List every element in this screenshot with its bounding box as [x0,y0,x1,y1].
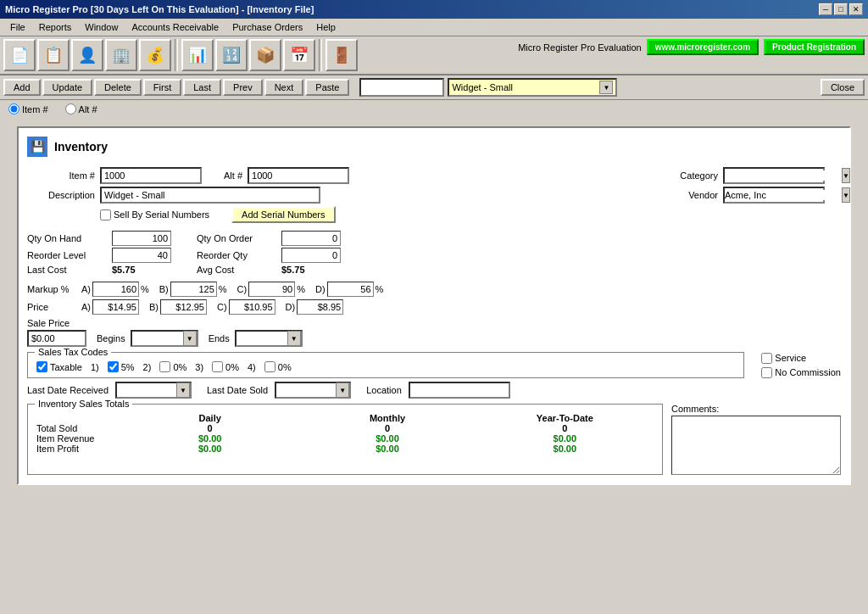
qty-on-order-input[interactable] [281,231,341,246]
ends-label: Ends [209,333,230,343]
ytd-profit: $0.00 [476,444,654,454]
add-serial-btn[interactable]: Add Serial Numbers [231,206,335,223]
menu-po[interactable]: Purchase Orders [225,20,309,34]
category-dropdown-btn[interactable]: ▼ [842,168,850,183]
ends-combo[interactable]: ▼ [235,330,303,347]
restore-btn[interactable]: □ [834,3,848,15]
website-btn[interactable]: www.microregister.com [647,39,759,55]
prev-btn[interactable]: Prev [223,79,263,96]
markup-a-input[interactable] [92,282,139,297]
qty-on-hand-input[interactable] [112,231,171,246]
inv-toolbar-btn[interactable]: 📋 [37,39,70,71]
last-date-received-combo[interactable]: ▼ [115,382,192,399]
sales-tax-row: Taxable 1) 5% 2) 0% 3) 0% [36,361,735,372]
monthly-header: Monthly [298,413,476,423]
calc-toolbar-btn[interactable]: 🔢 [215,39,248,71]
radio-item-label: Item # [22,104,48,114]
exit-toolbar-btn[interactable]: 🚪 [326,39,358,71]
history-toolbar-btn[interactable]: 📅 [283,39,315,71]
close-btn[interactable]: ✕ [849,3,863,15]
sale-price-input[interactable] [27,330,86,347]
last-btn[interactable]: Last [183,79,221,96]
menu-reports[interactable]: Reports [32,20,79,34]
taxable-check[interactable]: Taxable [36,361,82,372]
markup-section: Markup % A) % B) % C) % D) [27,282,841,315]
service-check[interactable]: Service [761,353,841,364]
begins-arrow[interactable]: ▼ [183,331,197,346]
markup-d-input[interactable] [327,282,374,297]
price-b-input[interactable] [160,299,207,315]
menu-window[interactable]: Window [78,20,125,34]
service-label: Service [775,353,806,363]
toolbar-sep [175,39,178,71]
price-a-label: A) [81,302,91,312]
main-area: 💾 Inventory Item # Alt # Description [0,118,868,494]
sales-totals-title: Inventory Sales Totals [35,399,132,409]
search-combo-arrow[interactable]: ▼ [599,81,613,94]
radio-item-num[interactable]: Item # [8,103,48,114]
sales-toolbar-btn[interactable]: 💰 [139,39,171,71]
sale-price-label: Sale Price [27,318,70,328]
vendor-input[interactable] [725,190,842,200]
vend-toolbar-btn[interactable]: 🏢 [105,39,137,71]
menu-help[interactable]: Help [309,20,342,34]
po-toolbar-btn[interactable]: 📦 [249,39,281,71]
price-a-input[interactable] [92,299,139,315]
daily-total-sold: 0 [121,423,298,433]
price-c-input[interactable] [229,299,275,315]
cust-toolbar-btn[interactable]: 👤 [71,39,103,71]
markup-c-cell: C) % [237,282,305,297]
title-controls: ─ □ ✕ [819,3,863,15]
minimize-btn[interactable]: ─ [819,3,832,15]
reports-toolbar-btn[interactable]: 📊 [181,39,214,71]
vendor-dropdown-btn[interactable]: ▼ [842,187,850,203]
location-input[interactable] [409,382,510,399]
last-date-received-arrow[interactable]: ▼ [176,382,190,398]
delete-btn[interactable]: Delete [94,79,142,96]
menu-ar[interactable]: Accounts Receivable [125,20,225,34]
reg-btn[interactable]: Product Registration [764,39,865,55]
last-date-sold-arrow[interactable]: ▼ [336,382,349,398]
comments-input[interactable] [671,416,841,475]
first-btn[interactable]: First [143,79,181,96]
title-text: Micro Register Pro [30 Days Left On This… [5,4,314,14]
tax-code4-check[interactable]: 0% [264,361,292,372]
category-input[interactable] [725,170,842,181]
sale-price-input-row: Begins ▼ Ends ▼ [27,330,841,347]
tax-code1-check[interactable]: 5% [108,361,135,372]
ends-arrow[interactable]: ▼ [287,331,301,346]
menu-file[interactable]: File [3,20,32,34]
reorder-level-input[interactable] [112,248,171,263]
price-d-input[interactable] [297,299,343,315]
comments-section: Comments: [671,404,841,475]
last-date-sold-combo[interactable]: ▼ [275,382,351,399]
search-input[interactable] [359,78,444,97]
item-num-input[interactable] [100,167,202,184]
markup-row: Markup % A) % B) % C) % D) [27,282,841,297]
update-btn[interactable]: Update [42,79,92,96]
taxable-label: Taxable [50,362,82,372]
description-input[interactable] [100,187,320,204]
panel-title: 💾 Inventory [27,137,841,157]
add-btn[interactable]: Add [3,79,41,96]
begins-combo[interactable]: ▼ [131,330,198,347]
tax-code3-check[interactable]: 0% [212,361,239,372]
alt-num-input[interactable] [248,167,349,184]
search-combo[interactable]: Widget - Small ▼ [448,78,617,97]
last-date-sold-label: Last Date Sold [207,385,268,395]
tax-code2-check[interactable]: 0% [159,361,186,372]
next-btn[interactable]: Next [264,79,304,96]
markup-b-input[interactable] [170,282,217,297]
markup-c-input[interactable] [248,282,295,297]
sell-by-serial-check[interactable]: Sell By Serial Numbers [100,209,209,220]
sales-totals-group: Inventory Sales Totals Daily Monthly Yea… [27,404,663,475]
radio-row: Item # Alt # [0,100,868,118]
markup-b-label: B) [159,284,169,294]
reorder-qty-input[interactable] [281,248,341,263]
ytd-total-sold: 0 [476,423,654,433]
paste-btn[interactable]: Paste [305,79,349,96]
close-action-btn[interactable]: Close [821,79,865,96]
radio-alt-num[interactable]: Alt # [65,103,97,114]
file-toolbar-btn[interactable]: 📄 [3,39,36,71]
no-commission-check[interactable]: No Commission [761,367,841,378]
